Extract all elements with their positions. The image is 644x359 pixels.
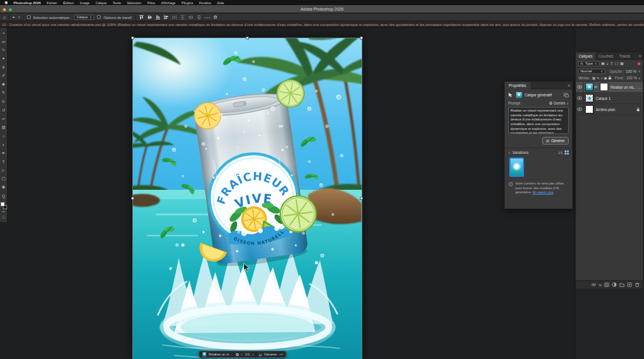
move-tool-indicator-icon[interactable]: + bbox=[12, 15, 15, 20]
layer-row-generative[interactable]: Réalise un vis... autour du... bbox=[576, 82, 643, 93]
tab-traces[interactable]: Tracés bbox=[616, 52, 633, 60]
quick-selection-tool-icon[interactable]: ✦ bbox=[0, 55, 8, 63]
layer-mask-thumbnail[interactable] bbox=[600, 83, 608, 91]
variation-thumbnail[interactable] bbox=[509, 157, 524, 177]
tab-calques[interactable]: Calques bbox=[576, 52, 595, 60]
model-selector[interactable]: G Gemini ∨ bbox=[549, 101, 569, 105]
healing-brush-tool-icon[interactable]: ✚ bbox=[0, 80, 8, 89]
document-title-bar[interactable]: 10 - Création d’un visuel pour une canet… bbox=[0, 21, 644, 28]
layer-name[interactable]: Arrière-plan bbox=[596, 108, 636, 112]
taskbar-generate-button[interactable]: Générer bbox=[264, 353, 277, 356]
align-bottom-edges-icon[interactable] bbox=[155, 15, 161, 20]
home-icon[interactable]: ⌂ bbox=[3, 15, 6, 20]
fill-value[interactable]: 100 % bbox=[626, 76, 637, 80]
more-options-icon[interactable]: ••• bbox=[205, 15, 211, 19]
clone-stamp-tool-icon[interactable]: ⊙ bbox=[0, 98, 8, 106]
hand-tool-icon[interactable]: ✽ bbox=[0, 183, 8, 192]
blur-tool-icon[interactable]: ○ bbox=[0, 132, 8, 140]
menu-plugins[interactable]: Plugins bbox=[182, 1, 193, 5]
document-window[interactable]: FRAÎCHEUR VIVE bbox=[133, 38, 362, 359]
menu-texte[interactable]: Texte bbox=[112, 1, 121, 5]
brush-tool-icon[interactable]: ✎ bbox=[0, 89, 8, 98]
chevron-down-icon[interactable]: ∨ bbox=[638, 76, 640, 80]
apple-menu-icon[interactable] bbox=[5, 1, 8, 4]
lock-all-icon[interactable] bbox=[608, 76, 612, 80]
menu-fichier[interactable]: Fichier bbox=[46, 1, 57, 5]
gear-icon[interactable]: ⚙ bbox=[213, 15, 218, 20]
generate-button[interactable]: ⊡ Générer bbox=[542, 137, 569, 145]
transform-handle-middle-left[interactable] bbox=[131, 197, 134, 200]
filter-type-dropdown[interactable]: Type ∨ bbox=[578, 61, 599, 66]
chevron-down-icon[interactable]: ∨ bbox=[18, 15, 21, 19]
layer-thumbnail[interactable] bbox=[585, 83, 593, 91]
panel-toggle-icon[interactable] bbox=[563, 93, 569, 98]
path-selection-tool-icon[interactable]: ▷ bbox=[0, 166, 8, 175]
filter-type-layers-icon[interactable]: T bbox=[610, 62, 613, 66]
layer-thumbnail[interactable] bbox=[585, 94, 593, 102]
history-brush-tool-icon[interactable]: ↺ bbox=[0, 106, 8, 115]
panel-menu-icon[interactable]: ≡ bbox=[639, 54, 641, 58]
panel-menu-icon[interactable]: ≡ bbox=[568, 83, 570, 88]
layer-filtering-toggle[interactable] bbox=[638, 62, 640, 65]
add-layer-mask-icon[interactable] bbox=[604, 282, 609, 287]
taskbar-more-icon[interactable]: ••• bbox=[279, 353, 283, 356]
taskbar-prompt-text[interactable]: Réalise un visu... bbox=[209, 353, 233, 356]
transform-handle-top-center[interactable] bbox=[246, 36, 249, 39]
menu-calque[interactable]: Calque bbox=[95, 1, 106, 5]
gradient-tool-icon[interactable]: ▨ bbox=[0, 123, 8, 132]
tab-proprietes[interactable]: Propriétés bbox=[505, 82, 530, 89]
lock-transparency-icon[interactable]: ▦ bbox=[592, 76, 595, 80]
eyedropper-tool-icon[interactable]: ✐ bbox=[0, 72, 8, 80]
minimize-window-button[interactable] bbox=[3, 8, 6, 11]
visibility-toggle[interactable] bbox=[576, 82, 583, 92]
filter-adjustment-layers-icon[interactable]: ◐ bbox=[606, 62, 609, 66]
type-tool-icon[interactable]: T bbox=[0, 157, 8, 166]
menu-app-name[interactable]: Photoshop 2026 bbox=[14, 1, 41, 5]
lock-pixels-icon[interactable]: ✎ bbox=[597, 76, 600, 80]
transform-handle-top-right[interactable] bbox=[360, 36, 363, 39]
adjustment-layer-icon[interactable] bbox=[612, 282, 617, 287]
new-layer-icon[interactable] bbox=[627, 282, 632, 287]
menu-edition[interactable]: Édition bbox=[63, 1, 74, 5]
align-left-edges-icon[interactable] bbox=[163, 15, 169, 20]
next-variation-icon[interactable]: › bbox=[252, 353, 253, 357]
taskbar-thumbnail[interactable] bbox=[202, 352, 206, 357]
layer-thumbnail[interactable] bbox=[585, 105, 593, 113]
blend-mode-dropdown[interactable]: Normal ∨ bbox=[578, 69, 605, 74]
color-swatches[interactable] bbox=[1, 202, 7, 209]
filter-shape-layers-icon[interactable]: ▢ bbox=[615, 61, 618, 66]
prompt-textarea[interactable]: Réalise un visuel représentant une canet… bbox=[508, 107, 569, 134]
zoom-window-button[interactable] bbox=[9, 8, 12, 11]
dodge-tool-icon[interactable]: ◐ bbox=[0, 140, 8, 149]
transform-options-checkbox[interactable] bbox=[97, 15, 101, 19]
new-group-icon[interactable] bbox=[619, 282, 625, 287]
eraser-tool-icon[interactable]: ▱ bbox=[0, 115, 8, 123]
menu-fenetre[interactable]: Fenêtre bbox=[199, 1, 211, 5]
layer-name[interactable]: Calque 1 bbox=[596, 96, 643, 100]
menu-aide[interactable]: Aide bbox=[217, 1, 224, 5]
filter-smart-objects-icon[interactable]: ▩ bbox=[620, 61, 623, 66]
foreground-color-swatch[interactable] bbox=[1, 202, 5, 206]
rectangular-marquee-tool-icon[interactable]: ▭ bbox=[0, 38, 8, 46]
align-vertical-centers-icon[interactable] bbox=[147, 15, 152, 20]
learn-more-link[interactable]: En savoir plus bbox=[533, 190, 554, 194]
tab-couches[interactable]: Couches bbox=[595, 52, 616, 60]
menu-selection[interactable]: Sélection bbox=[127, 1, 142, 5]
pen-tool-icon[interactable]: ✒ bbox=[0, 149, 8, 157]
transform-handle-middle-right[interactable] bbox=[360, 197, 363, 200]
lock-artboard-icon[interactable]: ▣ bbox=[604, 76, 607, 80]
menu-image[interactable]: Image bbox=[80, 1, 90, 5]
filter-pixel-layers-icon[interactable]: ▣ bbox=[601, 61, 605, 66]
layer-effects-icon[interactable]: fx bbox=[599, 283, 602, 287]
lock-position-icon[interactable]: + bbox=[600, 76, 602, 80]
lasso-tool-icon[interactable]: ∿ bbox=[0, 46, 8, 55]
opacity-value[interactable]: 100 % bbox=[626, 69, 636, 73]
crop-tool-icon[interactable]: # bbox=[0, 63, 8, 72]
auto-select-checkbox[interactable] bbox=[27, 15, 31, 19]
collapse-icon[interactable]: ∨ bbox=[508, 151, 510, 155]
grid-view-icon[interactable] bbox=[565, 150, 569, 155]
document-canvas[interactable]: FRAÎCHEUR VIVE bbox=[133, 38, 362, 359]
align-top-edges-icon[interactable] bbox=[139, 15, 144, 20]
layer-row-calque1[interactable]: Calque 1 bbox=[576, 93, 643, 104]
shape-tool-icon[interactable]: ▢ bbox=[0, 175, 8, 183]
